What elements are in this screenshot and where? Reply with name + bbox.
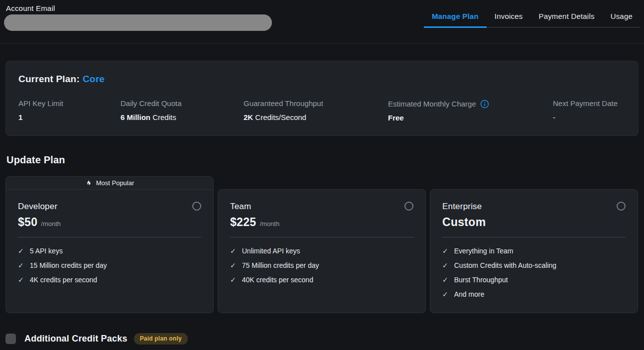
feature-text: Custom Credits with Auto-scaling xyxy=(454,261,556,270)
feature-item: ✓Unlimited API keys xyxy=(230,246,413,255)
update-plan-heading: Update Plan xyxy=(6,154,639,166)
divider xyxy=(230,237,413,237)
check-icon: ✓ xyxy=(230,275,236,284)
feature-item: ✓4K credits per second xyxy=(18,275,201,284)
plan-body: Enterprise Custom ✓Everything in Team ✓C… xyxy=(430,190,638,299)
paid-plan-only-badge: Paid plan only xyxy=(134,333,188,345)
feature-item: ✓75 Million credits per day xyxy=(230,261,413,270)
feature-text: 15 Million credits per day xyxy=(30,261,107,270)
tab-manage-plan[interactable]: Manage Plan xyxy=(424,7,487,28)
plan-name: Enterprise xyxy=(442,202,626,212)
check-icon: ✓ xyxy=(230,246,236,255)
check-icon: ✓ xyxy=(442,290,448,299)
stat-label: API Key Limit xyxy=(18,99,121,108)
stat-label: Estimated Monthly Charge xyxy=(388,100,476,108)
feature-item: ✓And more xyxy=(442,290,626,299)
stat-value-bold: 6 Million xyxy=(121,113,150,121)
tab-usage[interactable]: Usage xyxy=(603,7,641,27)
stat-value: - xyxy=(553,113,626,121)
feature-item: ✓15 Million credits per day xyxy=(18,261,201,270)
feature-list: ✓Unlimited API keys ✓75 Million credits … xyxy=(230,246,413,284)
current-plan-title-prefix: Current Plan: xyxy=(18,74,80,84)
plan-card-enterprise[interactable]: Enterprise Custom ✓Everything in Team ✓C… xyxy=(430,189,638,313)
feature-text: 5 API keys xyxy=(30,246,63,255)
current-plan-card: Current Plan:Core API Key Limit 1 Daily … xyxy=(5,61,639,136)
plan-radio-team[interactable] xyxy=(404,202,413,211)
tab-payment-details[interactable]: Payment Details xyxy=(530,7,602,27)
account-email-label: Account Email xyxy=(6,4,272,12)
plan-card-team[interactable]: Team $225 /month ✓Unlimited API keys ✓75… xyxy=(218,189,426,313)
stat-value-rest: Credits/Second xyxy=(253,113,306,121)
plan-price: Custom xyxy=(442,216,486,229)
billing-tabs: Manage Plan Invoices Payment Details Usa… xyxy=(424,7,641,28)
check-icon: ✓ xyxy=(18,275,24,284)
feature-text: Everything in Team xyxy=(454,246,514,255)
feature-list: ✓Everything in Team ✓Custom Credits with… xyxy=(442,246,626,299)
tab-invoices[interactable]: Invoices xyxy=(487,7,531,27)
plan-period: /month xyxy=(259,220,279,228)
info-icon[interactable] xyxy=(480,100,489,109)
account-email-input[interactable] xyxy=(4,14,272,31)
current-plan-name: Core xyxy=(83,74,105,84)
feature-text: 75 Million credits per day xyxy=(242,261,319,270)
feature-item: ✓Everything in Team xyxy=(442,246,626,255)
current-plan-title: Current Plan:Core xyxy=(18,74,626,85)
plan-card-developer[interactable]: Most Popular Developer $50 /month ✓5 API… xyxy=(5,176,214,313)
stat-label: Daily Credit Quota xyxy=(121,99,244,108)
feature-item: ✓5 API keys xyxy=(18,246,201,255)
stat-api-key-limit: API Key Limit 1 xyxy=(18,99,121,122)
divider xyxy=(18,237,201,237)
stat-value-rest: Credits xyxy=(150,113,176,121)
feature-item: ✓40K credits per second xyxy=(230,275,413,284)
plan-radio-developer[interactable] xyxy=(192,202,201,211)
plan-period: /month xyxy=(41,220,61,228)
stat-label-row: Estimated Monthly Charge xyxy=(388,99,553,108)
stat-daily-credit-quota: Daily Credit Quota 6 Million Credits xyxy=(121,99,244,122)
feature-text: 40K credits per second xyxy=(242,275,313,284)
check-icon: ✓ xyxy=(18,261,24,270)
credit-packs-row: Additional Credit Packs Paid plan only xyxy=(5,333,639,345)
stat-guaranteed-throughput: Guaranteed Throughput 2K Credits/Second xyxy=(244,99,388,122)
stat-estimated-monthly-charge: Estimated Monthly Charge Free xyxy=(388,99,553,122)
stat-value-rest: - xyxy=(553,113,555,121)
check-icon: ✓ xyxy=(230,261,236,270)
most-popular-band: Most Popular xyxy=(6,177,213,190)
plan-body: Developer $50 /month ✓5 API keys ✓15 Mil… xyxy=(6,190,213,284)
page-header: Account Email Manage Plan Invoices Payme… xyxy=(0,0,644,44)
main-content: Current Plan:Core API Key Limit 1 Daily … xyxy=(0,61,644,345)
plan-name: Team xyxy=(230,202,413,212)
plan-price: $50 xyxy=(18,216,37,229)
credit-packs-label: Additional Credit Packs xyxy=(24,334,128,344)
most-popular-label: Most Popular xyxy=(96,179,134,187)
stat-value: 6 Million Credits xyxy=(121,113,244,121)
check-icon: ✓ xyxy=(442,261,448,270)
credit-packs-checkbox[interactable] xyxy=(5,334,16,344)
price-row: $225 /month xyxy=(230,216,413,229)
check-icon: ✓ xyxy=(442,275,448,284)
flame-icon xyxy=(85,179,92,187)
stat-value: 2K Credits/Second xyxy=(244,113,388,121)
stat-value: Free xyxy=(388,114,553,122)
plan-price: $225 xyxy=(230,216,256,229)
stat-value-bold: 1 xyxy=(18,113,22,121)
check-icon: ✓ xyxy=(18,246,24,255)
current-plan-stats: API Key Limit 1 Daily Credit Quota 6 Mil… xyxy=(18,99,626,122)
plan-body: Team $225 /month ✓Unlimited API keys ✓75… xyxy=(218,190,425,284)
feature-list: ✓5 API keys ✓15 Million credits per day … xyxy=(18,246,201,284)
feature-text: 4K credits per second xyxy=(30,275,97,284)
plans-row: Most Popular Developer $50 /month ✓5 API… xyxy=(5,176,639,313)
plan-radio-enterprise[interactable] xyxy=(617,202,626,211)
stat-label: Guaranteed Throughput xyxy=(244,99,388,108)
stat-value-bold: 2K xyxy=(244,113,253,121)
stat-value-bold: Free xyxy=(388,114,404,122)
feature-item: ✓Custom Credits with Auto-scaling xyxy=(442,261,626,270)
stat-next-payment-date: Next Payment Date - xyxy=(553,99,626,122)
account-email-block: Account Email xyxy=(6,4,272,31)
check-icon: ✓ xyxy=(442,246,448,255)
feature-text: Burst Throughput xyxy=(454,275,508,284)
feature-item: ✓Burst Throughput xyxy=(442,275,626,284)
divider xyxy=(442,237,626,237)
feature-text: And more xyxy=(454,290,485,299)
plan-name: Developer xyxy=(18,202,201,212)
stat-label: Next Payment Date xyxy=(553,99,626,108)
